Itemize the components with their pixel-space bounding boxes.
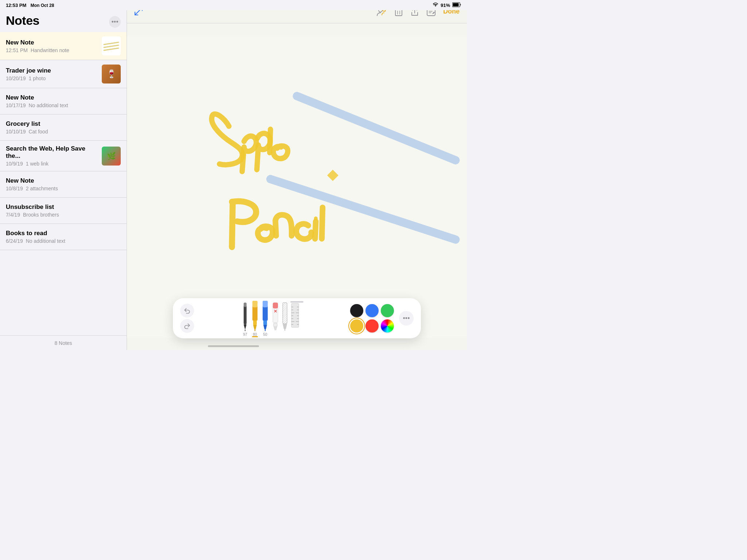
redo-button[interactable] bbox=[180, 319, 194, 333]
note-title-8: Books to read bbox=[6, 230, 121, 237]
more-tools-icon: ••• bbox=[403, 315, 410, 322]
svg-line-2 bbox=[104, 42, 119, 44]
note-item-2[interactable]: Trader joe wine 10/20/19 1 photo 🍷 bbox=[0, 60, 127, 88]
color-red[interactable] bbox=[365, 319, 379, 332]
note-content-5: Search the Web, Help Save the... 10/9/19… bbox=[6, 145, 97, 167]
note-item-4[interactable]: Grocery list 10/10/19 Cat food bbox=[0, 114, 127, 141]
status-bar-right: 91% bbox=[433, 2, 461, 8]
sidebar-more-button[interactable]: ••• bbox=[109, 16, 121, 28]
tools-row: 97 80 bbox=[198, 300, 344, 337]
note-content-7: Unsubscribe list 7/4/19 Brooks brothers bbox=[6, 203, 121, 218]
status-time: 12:53 PM bbox=[6, 3, 26, 8]
ruler-label bbox=[295, 332, 296, 337]
svg-marker-25 bbox=[244, 324, 247, 330]
hatched-pencil-tool[interactable] bbox=[282, 302, 288, 337]
svg-rect-34 bbox=[263, 301, 268, 307]
note-content-4: Grocery list 10/10/19 Cat food bbox=[6, 120, 121, 135]
svg-line-4 bbox=[104, 48, 119, 50]
home-indicator bbox=[208, 345, 259, 347]
main-content: Done bbox=[127, 0, 467, 350]
svg-marker-46 bbox=[283, 324, 287, 329]
notes-count: 8 Notes bbox=[54, 340, 72, 346]
note-title-5: Search the Web, Help Save the... bbox=[6, 145, 97, 160]
blue-marker-label: 50 bbox=[263, 332, 267, 337]
svg-marker-36 bbox=[263, 325, 267, 329]
note-item-1[interactable]: New Note 12:51 PM Handwritten note bbox=[0, 32, 127, 60]
note-item-8[interactable]: Books to read 6/24/19 No additional text bbox=[0, 224, 127, 250]
note-title-2: Trader joe wine bbox=[6, 67, 97, 74]
note-item-5[interactable]: Search the Web, Help Save the... 10/9/19… bbox=[0, 141, 127, 171]
eraser-label bbox=[275, 332, 276, 337]
color-green[interactable] bbox=[381, 304, 394, 317]
color-yellow[interactable] bbox=[350, 319, 363, 332]
note-content-1: New Note 12:51 PM Handwritten note bbox=[6, 39, 97, 53]
sidebar-title: Notes bbox=[6, 13, 39, 28]
note-title-6: New Note bbox=[6, 177, 121, 184]
yellow-marker-tool[interactable]: 80 bbox=[251, 300, 259, 337]
svg-rect-1 bbox=[453, 3, 459, 6]
svg-marker-41 bbox=[274, 327, 277, 330]
pen-tool[interactable]: 97 bbox=[242, 302, 248, 337]
blue-marker-tool[interactable]: 50 bbox=[262, 300, 269, 337]
note-thumb-5: 🌿 bbox=[102, 147, 121, 166]
svg-rect-29 bbox=[252, 301, 258, 307]
notes-list: New Note 12:51 PM Handwritten note Trade… bbox=[0, 32, 127, 335]
drawing-toolbar: 97 80 bbox=[173, 298, 421, 338]
note-meta-7: 7/4/19 Brooks brothers bbox=[6, 212, 121, 218]
undo-redo-group bbox=[180, 304, 194, 333]
ruler-tool[interactable] bbox=[291, 302, 299, 337]
note-item-3[interactable]: New Note 10/17/19 No additional text bbox=[0, 88, 127, 114]
sidebar-footer: 8 Notes bbox=[0, 335, 127, 350]
more-icon: ••• bbox=[112, 18, 119, 26]
wifi-icon bbox=[433, 3, 438, 8]
note-item-7[interactable]: Unsubscribe list 7/4/19 Brooks brothers bbox=[0, 198, 127, 224]
note-title-1: New Note bbox=[6, 39, 97, 46]
svg-rect-27 bbox=[244, 303, 247, 307]
undo-button[interactable] bbox=[180, 304, 194, 318]
pen-label: 97 bbox=[243, 332, 247, 337]
battery-icon bbox=[452, 2, 461, 8]
svg-text:✕: ✕ bbox=[274, 309, 277, 314]
note-meta-3: 10/17/19 No additional text bbox=[6, 102, 121, 108]
color-swatches bbox=[350, 304, 394, 332]
more-tools-button[interactable]: ••• bbox=[399, 311, 414, 326]
svg-rect-39 bbox=[273, 303, 278, 308]
svg-line-3 bbox=[104, 45, 119, 47]
note-meta-8: 6/24/19 No additional text bbox=[6, 238, 121, 244]
note-title-3: New Note bbox=[6, 94, 121, 101]
svg-point-23 bbox=[314, 217, 318, 220]
svg-rect-44 bbox=[283, 303, 287, 324]
note-meta-6: 10/8/19 2 attachments bbox=[6, 186, 121, 191]
battery-text: 91% bbox=[441, 3, 450, 8]
sidebar: Notes ••• New Note 12:51 PM Handwritten … bbox=[0, 0, 127, 350]
note-thumb-2: 🍷 bbox=[102, 65, 121, 83]
note-content-8: Books to read 6/24/19 No additional text bbox=[6, 230, 121, 244]
color-black[interactable] bbox=[350, 304, 363, 317]
note-meta-2: 10/20/19 1 photo bbox=[6, 75, 97, 81]
note-title-4: Grocery list bbox=[6, 120, 121, 128]
svg-rect-40 bbox=[274, 323, 277, 327]
note-thumb-1 bbox=[102, 36, 121, 55]
status-date: Mon Oct 28 bbox=[31, 3, 54, 8]
svg-rect-30 bbox=[253, 320, 257, 325]
note-content-2: Trader joe wine 10/20/19 1 photo bbox=[6, 67, 97, 81]
status-bar: 12:53 PM Mon Oct 28 91% bbox=[0, 0, 467, 10]
note-title-7: Unsubscribe list bbox=[6, 203, 121, 211]
note-content-6: New Note 10/8/19 2 attachments bbox=[6, 177, 121, 191]
note-meta-5: 10/9/19 1 web link bbox=[6, 161, 97, 167]
svg-marker-31 bbox=[253, 325, 257, 329]
eraser-tool[interactable]: ✕ bbox=[272, 302, 279, 337]
status-bar-left: 12:53 PM Mon Oct 28 bbox=[6, 3, 54, 8]
svg-rect-35 bbox=[263, 320, 267, 325]
color-blue[interactable] bbox=[365, 304, 379, 317]
note-content-3: New Note 10/17/19 No additional text bbox=[6, 94, 121, 108]
hatched-pencil-label bbox=[285, 332, 286, 337]
note-meta-1: 12:51 PM Handwritten note bbox=[6, 47, 97, 53]
color-rainbow[interactable] bbox=[381, 319, 394, 332]
note-meta-4: 10/10/19 Cat food bbox=[6, 129, 121, 135]
note-item-6[interactable]: New Note 10/8/19 2 attachments bbox=[0, 171, 127, 198]
